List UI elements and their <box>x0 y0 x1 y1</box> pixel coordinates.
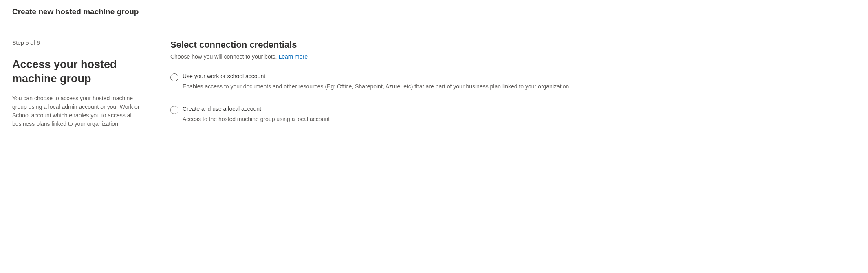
section-title: Select connection credentials <box>170 40 852 50</box>
step-title: Access your hosted machine group <box>12 57 141 86</box>
step-description: You can choose to access your hosted mac… <box>12 94 141 128</box>
section-subtitle: Choose how you will connect to your bots… <box>170 53 852 60</box>
page-header: Create new hosted machine group <box>0 0 868 24</box>
main-container: Step 5 of 6 Access your hosted machine g… <box>0 24 868 260</box>
right-panel: Select connection credentials Choose how… <box>154 24 868 260</box>
radio-content: Create and use a local account Access to… <box>183 106 582 123</box>
radio-option-local-account[interactable]: Create and use a local account Access to… <box>170 106 582 123</box>
radio-description-work-school: Enables access to your documents and oth… <box>183 82 582 91</box>
step-indicator: Step 5 of 6 <box>12 40 141 46</box>
radio-content: Use your work or school account Enables … <box>183 73 582 91</box>
radio-option-work-school[interactable]: Use your work or school account Enables … <box>170 73 582 91</box>
learn-more-link[interactable]: Learn more <box>278 53 308 60</box>
radio-circle-icon[interactable] <box>170 73 178 81</box>
radio-description-local-account: Access to the hosted machine group using… <box>183 114 582 123</box>
radio-label-local-account[interactable]: Create and use a local account <box>183 106 582 112</box>
page-title: Create new hosted machine group <box>12 7 139 16</box>
radio-label-work-school[interactable]: Use your work or school account <box>183 73 582 79</box>
section-subtitle-text: Choose how you will connect to your bots… <box>170 53 278 60</box>
left-panel: Step 5 of 6 Access your hosted machine g… <box>0 24 154 260</box>
radio-circle-icon[interactable] <box>170 106 178 114</box>
